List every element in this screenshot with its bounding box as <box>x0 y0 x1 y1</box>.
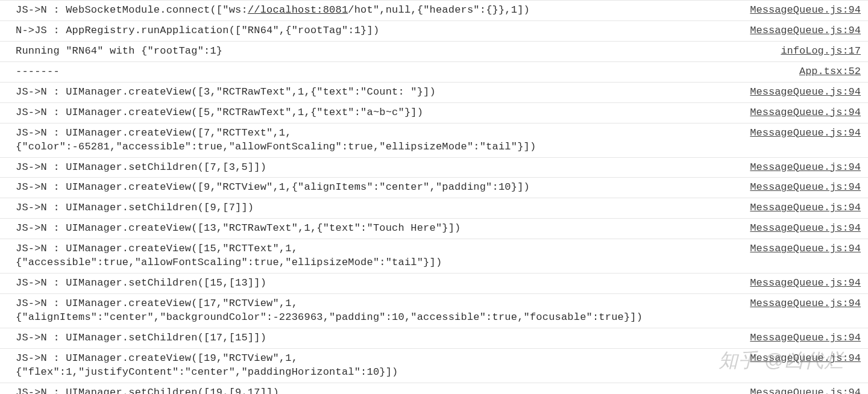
log-message: JS->N : UIManager.createView([5,"RCTRawT… <box>16 106 740 120</box>
console-log-row[interactable]: JS->N : UIManager.setChildren([15,[13]])… <box>0 274 868 294</box>
log-source-link[interactable]: MessageQueue.js:94 <box>750 127 861 140</box>
console-log-row[interactable]: JS->N : WebSocketModule.connect(["ws://l… <box>0 0 868 21</box>
log-source-link[interactable]: MessageQueue.js:94 <box>750 242 861 256</box>
log-message: JS->N : UIManager.createView([13,"RCTRaw… <box>16 222 740 236</box>
console-log-row[interactable]: JS->N : UIManager.createView([13,"RCTRaw… <box>0 219 868 239</box>
log-message: ------- <box>16 65 790 79</box>
log-message: JS->N : UIManager.setChildren([9,[7]]) <box>16 201 740 215</box>
console-log-row[interactable]: JS->N : UIManager.setChildren([9,[7]])Me… <box>0 198 868 219</box>
log-source-link[interactable]: MessageQueue.js:94 <box>750 297 861 311</box>
log-message: JS->N : WebSocketModule.connect(["ws://l… <box>16 4 740 17</box>
log-source-link[interactable]: MessageQueue.js:94 <box>750 352 861 366</box>
log-source-link[interactable]: App.tsx:52 <box>799 65 861 79</box>
console-log-row[interactable]: JS->N : UIManager.createView([3,"RCTRawT… <box>0 83 868 103</box>
console-log-row[interactable]: N->JS : AppRegistry.runApplication(["RN6… <box>0 21 868 42</box>
log-message: JS->N : UIManager.setChildren([7,[3,5]]) <box>16 161 740 175</box>
log-message: N->JS : AppRegistry.runApplication(["RN6… <box>16 24 740 38</box>
log-message: JS->N : UIManager.createView([17,"RCTVie… <box>16 297 740 325</box>
console-log-row[interactable]: JS->N : UIManager.createView([9,"RCTView… <box>0 178 868 198</box>
log-message: JS->N : UIManager.setChildren([15,[13]]) <box>16 277 740 290</box>
log-source-link[interactable]: MessageQueue.js:94 <box>750 86 861 99</box>
log-message: JS->N : UIManager.setChildren([19,[9,17]… <box>16 386 740 394</box>
log-message: JS->N : UIManager.createView([15,"RCTTex… <box>16 242 740 270</box>
console-log-row[interactable]: -------App.tsx:52 <box>0 62 868 83</box>
log-source-link[interactable]: MessageQueue.js:94 <box>750 24 861 38</box>
console-log-row[interactable]: JS->N : UIManager.setChildren([17,[15]])… <box>0 328 868 349</box>
console-log-row[interactable]: JS->N : UIManager.setChildren([19,[9,17]… <box>0 383 868 394</box>
log-source-link[interactable]: MessageQueue.js:94 <box>750 331 861 345</box>
log-source-link[interactable]: MessageQueue.js:94 <box>750 222 861 236</box>
console-log-row[interactable]: JS->N : UIManager.createView([5,"RCTRawT… <box>0 103 868 124</box>
log-message: JS->N : UIManager.setChildren([17,[15]]) <box>16 331 740 345</box>
log-message: JS->N : UIManager.createView([19,"RCTVie… <box>16 352 740 380</box>
log-message: JS->N : UIManager.createView([9,"RCTView… <box>16 181 740 195</box>
log-source-link[interactable]: MessageQueue.js:94 <box>750 201 861 215</box>
console-log-row[interactable]: JS->N : UIManager.createView([17,"RCTVie… <box>0 294 868 328</box>
console-log-row[interactable]: Running "RN64" with {"rootTag":1}infoLog… <box>0 42 868 62</box>
log-url[interactable]: //localhost:8081 <box>248 4 348 16</box>
console-log-row[interactable]: JS->N : UIManager.createView([19,"RCTVie… <box>0 349 868 383</box>
console-log-row[interactable]: JS->N : UIManager.createView([7,"RCTText… <box>0 124 868 158</box>
console-log-list: JS->N : WebSocketModule.connect(["ws://l… <box>0 0 868 394</box>
log-message: Running "RN64" with {"rootTag":1} <box>16 45 771 58</box>
log-message: JS->N : UIManager.createView([7,"RCTText… <box>16 127 740 154</box>
log-source-link[interactable]: MessageQueue.js:94 <box>750 277 861 290</box>
log-source-link[interactable]: MessageQueue.js:94 <box>750 106 861 120</box>
log-source-link[interactable]: MessageQueue.js:94 <box>750 161 861 175</box>
log-message: JS->N : UIManager.createView([3,"RCTRawT… <box>16 86 740 99</box>
log-source-link[interactable]: MessageQueue.js:94 <box>750 4 861 17</box>
console-log-row[interactable]: JS->N : UIManager.setChildren([7,[3,5]])… <box>0 158 868 178</box>
log-source-link[interactable]: MessageQueue.js:94 <box>750 181 861 195</box>
log-source-link[interactable]: MessageQueue.js:94 <box>750 386 861 394</box>
log-source-link[interactable]: infoLog.js:17 <box>781 45 861 58</box>
console-log-row[interactable]: JS->N : UIManager.createView([15,"RCTTex… <box>0 239 868 274</box>
